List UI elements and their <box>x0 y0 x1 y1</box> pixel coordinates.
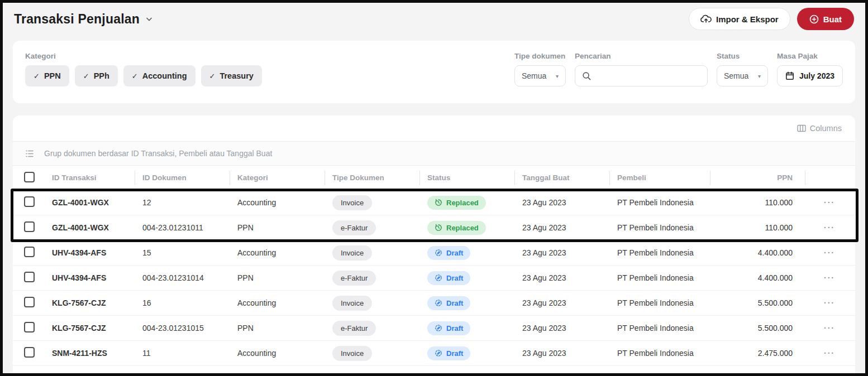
search-icon <box>582 71 592 81</box>
doc-type-chip: Invoice <box>332 296 372 311</box>
row-checkbox-cell <box>24 247 44 259</box>
group-by-bar[interactable]: Grup dokumen berdasar ID Transaksi, Pemb… <box>13 141 855 166</box>
row-checkbox[interactable] <box>24 297 35 307</box>
check-icon: ✓ <box>132 72 138 80</box>
cell-buyer: PT Pembeli Indonesia <box>609 324 710 332</box>
header-kategori[interactable]: Kategori <box>230 173 325 182</box>
status-badge: Draft <box>427 296 470 310</box>
cell-ppn: 2.475.000 <box>710 349 805 358</box>
search-box <box>575 65 708 86</box>
draft-pencil-icon <box>435 324 442 332</box>
table-row[interactable]: SNM-4211-HZS 11 Accounting Invoice <box>13 341 855 366</box>
row-checkbox[interactable] <box>24 322 35 332</box>
kategori-filter: Kategori ✓ PPN ✓ PPh ✓ Accounting ✓ Trea… <box>25 52 262 90</box>
page-title: Transaksi Penjualan <box>14 12 140 27</box>
doc-type-chip: Invoice <box>332 195 372 210</box>
create-button[interactable]: Buat <box>797 8 854 30</box>
cell-status: Draft <box>419 246 514 260</box>
draft-pencil-icon <box>435 299 442 307</box>
table-row[interactable]: GZL-4001-WGX 12 Accounting Invoice <box>13 190 855 215</box>
cell-doc-type: Invoice <box>325 346 419 361</box>
cell-transaction-id: KLG-7567-CJZ <box>44 298 135 307</box>
cell-ppn: 4.400.000 <box>710 248 805 257</box>
row-checkbox[interactable] <box>24 347 35 358</box>
row-actions-button[interactable]: ··· <box>805 324 844 332</box>
chip-accounting[interactable]: ✓ Accounting <box>123 65 195 86</box>
status-label: Draft <box>446 324 463 332</box>
calendar-icon <box>785 71 794 80</box>
header-status[interactable]: Status <box>419 173 514 182</box>
status-label: Status <box>717 52 768 60</box>
cell-document-id: 004-23.01231015 <box>135 324 230 332</box>
cell-transaction-id: KLG-7567-CJZ <box>44 324 135 332</box>
page-title-group[interactable]: Transaksi Penjualan <box>14 12 153 27</box>
chip-ppn[interactable]: ✓ PPN <box>25 65 69 86</box>
cell-buyer: PT Pembeli Indonesia <box>609 349 710 358</box>
page-header: Transaksi Penjualan Impor & Ekspor Buat <box>3 3 865 35</box>
cell-created-date: 23 Agu 2023 <box>514 298 609 307</box>
columns-button[interactable]: Columns <box>797 124 842 133</box>
status-label: Draft <box>446 349 463 358</box>
cell-buyer: PT Pembeli Indonesia <box>609 298 710 307</box>
cell-doc-type: Invoice <box>325 245 419 261</box>
row-checkbox[interactable] <box>24 196 35 207</box>
table-row[interactable]: UHV-4394-AFS 15 Accounting Invoice <box>13 240 855 266</box>
caret-down-icon: ▾ <box>758 73 761 79</box>
header-pembeli[interactable]: Pembeli <box>609 173 710 182</box>
columns-icon <box>797 124 806 132</box>
header-id-dokumen[interactable]: ID Dokumen <box>135 173 230 182</box>
cell-created-date: 23 Agu 2023 <box>514 349 609 358</box>
table-row[interactable]: GZL-4001-WGX 004-23.01231011 PPN e-Faktu… <box>13 215 855 240</box>
row-checkbox[interactable] <box>24 247 35 257</box>
chip-treasury[interactable]: ✓ Treasury <box>201 65 262 86</box>
status-label: Replaced <box>446 199 479 207</box>
chevron-down-icon[interactable] <box>145 15 153 23</box>
cell-document-id: 004-23.01231011 <box>135 223 230 232</box>
draft-pencil-icon <box>435 249 442 257</box>
status-select[interactable]: Semua ▾ <box>717 65 768 86</box>
cell-doc-type: e-Faktur <box>325 321 419 336</box>
doc-type-chip: e-Faktur <box>332 271 376 286</box>
cell-buyer: PT Pembeli Indonesia <box>609 273 710 282</box>
tipe-dokumen-select[interactable]: Semua ▾ <box>514 65 566 86</box>
select-all-checkbox[interactable] <box>24 172 35 182</box>
chip-pph[interactable]: ✓ PPh <box>75 65 118 86</box>
row-actions-button[interactable]: ··· <box>805 198 844 207</box>
row-actions-button[interactable]: ··· <box>805 273 844 282</box>
row-checkbox-cell <box>24 272 44 284</box>
cell-category: PPN <box>230 324 325 332</box>
create-label: Buat <box>823 15 842 24</box>
cell-document-id: 16 <box>135 298 230 307</box>
import-export-label: Impor & Ekspor <box>716 15 779 24</box>
table-row[interactable]: KLG-7567-CJZ 004-23.01231015 PPN e-Faktu… <box>13 316 855 341</box>
cell-status: Replaced <box>419 196 514 210</box>
row-actions-button[interactable]: ··· <box>805 298 844 307</box>
row-actions-button[interactable]: ··· <box>805 248 844 257</box>
cell-ppn: 5.500.000 <box>710 298 805 307</box>
row-actions-button[interactable]: ··· <box>805 349 844 358</box>
masa-pajak-picker[interactable]: July 2023 <box>777 65 843 86</box>
header-tipe-dokumen[interactable]: Tipe Dokumen <box>325 173 419 182</box>
cell-category: Accounting <box>230 198 325 207</box>
header-tanggal-buat[interactable]: Tanggal Buat <box>514 173 609 182</box>
search-input[interactable] <box>596 71 700 80</box>
header-ppn[interactable]: PPN <box>710 173 805 182</box>
row-checkbox[interactable] <box>24 272 35 282</box>
cell-buyer: PT Pembeli Indonesia <box>609 248 710 257</box>
row-checkbox[interactable] <box>24 221 35 232</box>
group-by-text: Grup dokumen berdasar ID Transaksi, Pemb… <box>44 149 272 158</box>
header-id-transaksi[interactable]: ID Transaksi <box>44 173 135 182</box>
table-row[interactable]: KLG-7567-CJZ 16 Accounting Invoice <box>13 291 855 316</box>
page: { "header": { "title": "Transaksi Penjua… <box>0 0 868 376</box>
history-icon <box>435 224 442 232</box>
cell-status: Replaced <box>419 221 514 235</box>
row-actions-button[interactable]: ··· <box>805 223 844 232</box>
cell-category: Accounting <box>230 248 325 257</box>
group-by-icon <box>25 150 34 158</box>
table-body: GZL-4001-WGX 12 Accounting Invoice <box>13 190 855 366</box>
table-row[interactable]: UHV-4394-AFS 004-23.01231014 PPN e-Faktu… <box>13 266 855 291</box>
cell-transaction-id: UHV-4394-AFS <box>44 273 135 282</box>
import-export-button[interactable]: Impor & Ekspor <box>689 8 790 30</box>
status-label: Draft <box>446 249 463 257</box>
cell-doc-type: e-Faktur <box>325 271 419 286</box>
